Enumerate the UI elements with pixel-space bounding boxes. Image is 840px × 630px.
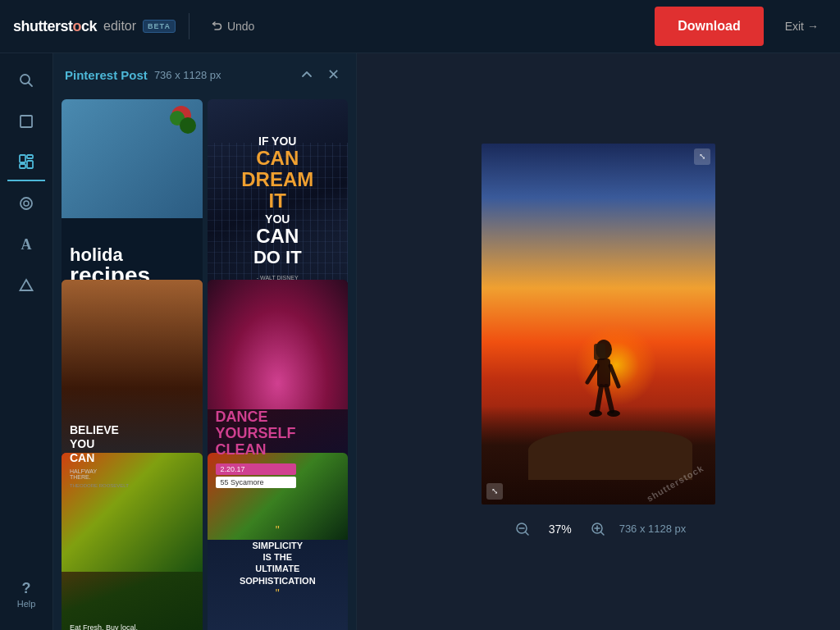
undo-icon: [211, 21, 222, 32]
tc-simplicity-text: SIMPLICITYIS THEULTIMATESOPHISTICATION: [240, 540, 316, 587]
tc-simplicity-close-quote: ": [240, 587, 316, 600]
tc-believe-quote: HALFWAYTHERE.: [70, 468, 129, 480]
app-header: shutterstock editor BETA Undo Download E…: [0, 0, 840, 53]
zoom-in-button[interactable]: [587, 518, 609, 541]
template-card-dream[interactable]: IF YOU CAN DREAM IT YOU CAN DO IT - WALT…: [208, 99, 349, 316]
sidebar-item-text[interactable]: A: [7, 226, 45, 263]
exit-button[interactable]: Exit →: [777, 15, 827, 38]
panel-header: Pinterest Post 736 x 1128 px ✕: [53, 53, 356, 94]
elements-icon: [18, 195, 34, 212]
svg-point-16: [589, 410, 602, 417]
svg-line-13: [610, 366, 619, 386]
canvas-anchor-control[interactable]: ⤡: [486, 483, 503, 500]
tc-dream-do-text: DO IT: [253, 247, 302, 268]
tc-dance-content: DANCEYOURSELFCLEAN 2.20.17 55 Sycamore: [216, 409, 296, 487]
sidebar-item-search[interactable]: [7, 62, 45, 99]
sidebar-bottom: ? Help: [12, 575, 41, 622]
sidebar-item-elements[interactable]: [7, 185, 45, 222]
tc-dream-can-text: CAN: [256, 148, 299, 169]
close-panel-button[interactable]: ✕: [322, 63, 345, 86]
tc-holiday-title: holida: [70, 246, 123, 264]
canvas-area: shutterstock ⤡ ⤡ 37%: [357, 53, 840, 630]
panel-title: Pinterest Post: [65, 68, 148, 82]
search-icon: [18, 72, 34, 89]
template-panel: Pinterest Post 736 x 1128 px ✕: [53, 53, 357, 630]
resize-icon: [18, 113, 34, 130]
tc-believe-attribution: THEODORE ROOSEVELT: [70, 483, 129, 488]
zoom-percentage: 37%: [544, 523, 577, 536]
svg-rect-2: [21, 116, 32, 127]
tc-holiday-image: [62, 99, 203, 229]
canvas-dimensions: 736 x 1128 px: [619, 523, 687, 535]
zoom-in-icon: [591, 522, 605, 536]
zoom-out-icon: [515, 522, 530, 536]
tc-dance-venue: 55 Sycamore: [216, 477, 296, 488]
zoom-bar: 37% 736 x 1128 px: [511, 518, 687, 541]
svg-rect-5: [27, 161, 33, 168]
shapes-icon: [18, 277, 34, 294]
panel-header-left: Pinterest Post 736 x 1128 px: [65, 68, 221, 82]
logo-text: shutterstock: [13, 18, 97, 35]
tc-farmers-content: Eat Fresh. Buy local. FARMERSMARKET: [70, 623, 142, 630]
svg-rect-11: [597, 358, 610, 387]
panel-size: 736 x 1128 px: [154, 69, 221, 81]
tc-believe-content: BELIEVEYOUCAN HALFWAYTHERE. THEODORE ROO…: [70, 423, 129, 487]
svg-point-17: [607, 410, 620, 417]
svg-rect-3: [20, 155, 25, 162]
main-content: A ? Help Pinterest Post 736 x 1128 px: [0, 53, 840, 630]
templates-icon: [18, 153, 34, 170]
svg-line-12: [587, 366, 597, 382]
tc-dream-cando-text: CAN: [256, 226, 299, 247]
svg-line-1: [29, 83, 33, 87]
svg-point-8: [24, 201, 29, 206]
hiker-svg: [579, 329, 628, 436]
tc-dance-image: [208, 280, 349, 409]
sidebar-item-templates[interactable]: [7, 144, 45, 181]
tc-farmers-tagline: Eat Fresh. Buy local.: [70, 623, 142, 630]
collapse-panel-button[interactable]: [295, 63, 318, 86]
text-icon: A: [21, 236, 32, 253]
sidebar-item-shapes[interactable]: [7, 267, 45, 304]
tc-dance-glow: [208, 280, 349, 409]
download-button[interactable]: Download: [655, 7, 763, 46]
template-grid: holida recipes IF YOU CAN DREAM IT YOU C…: [53, 94, 356, 630]
svg-rect-6: [20, 164, 25, 168]
canvas-image[interactable]: shutterstock ⤡ ⤡: [482, 144, 715, 504]
svg-line-20: [525, 532, 528, 535]
tc-dream-dream-text: DREAM IT: [231, 169, 326, 212]
chevron-up-icon: [301, 69, 313, 80]
tc-dance-text: DANCEYOURSELFCLEAN: [216, 409, 296, 458]
canvas-wrapper: shutterstock ⤡ ⤡: [482, 144, 715, 504]
undo-label: Undo: [227, 20, 254, 33]
svg-line-14: [597, 386, 601, 411]
icon-sidebar: A ? Help: [0, 53, 53, 630]
undo-button[interactable]: Undo: [203, 15, 262, 38]
exit-label: Exit: [785, 20, 804, 33]
tc-dream-attribution: - WALT DISNEY: [257, 275, 299, 281]
logo-area: shutterstock editor BETA: [13, 18, 176, 35]
exit-arrow-icon: →: [807, 20, 819, 33]
tc-dance-date: 2.20.17: [216, 463, 296, 475]
svg-line-24: [600, 532, 604, 535]
editor-label: editor: [103, 19, 136, 34]
svg-rect-4: [27, 155, 33, 158]
panel-actions: ✕: [295, 63, 345, 86]
help-button[interactable]: ? Help: [12, 575, 41, 614]
logo-orange-dot: o: [73, 18, 82, 34]
sidebar-item-resize[interactable]: [7, 103, 45, 140]
tc-simplicity-content: " SIMPLICITYIS THEULTIMATESOPHISTICATION…: [233, 517, 322, 606]
tc-leaf: [180, 117, 196, 134]
help-label: Help: [17, 599, 36, 609]
tc-dream-you-text: YOU: [265, 212, 290, 226]
tc-dream-content: IF YOU CAN DREAM IT YOU CAN DO IT - WALT…: [219, 123, 337, 293]
tc-believe-text: BELIEVEYOUCAN: [70, 423, 129, 464]
svg-line-15: [606, 386, 612, 411]
header-divider: [189, 13, 189, 39]
svg-rect-10: [594, 344, 605, 360]
canvas-crop-control[interactable]: ⤡: [694, 148, 710, 165]
zoom-out-button[interactable]: [511, 518, 534, 541]
help-icon: ?: [22, 580, 31, 597]
svg-point-7: [21, 198, 32, 209]
tc-dream-if-text: IF YOU: [258, 135, 296, 148]
tc-simplicity-quote-mark: ": [240, 523, 316, 536]
